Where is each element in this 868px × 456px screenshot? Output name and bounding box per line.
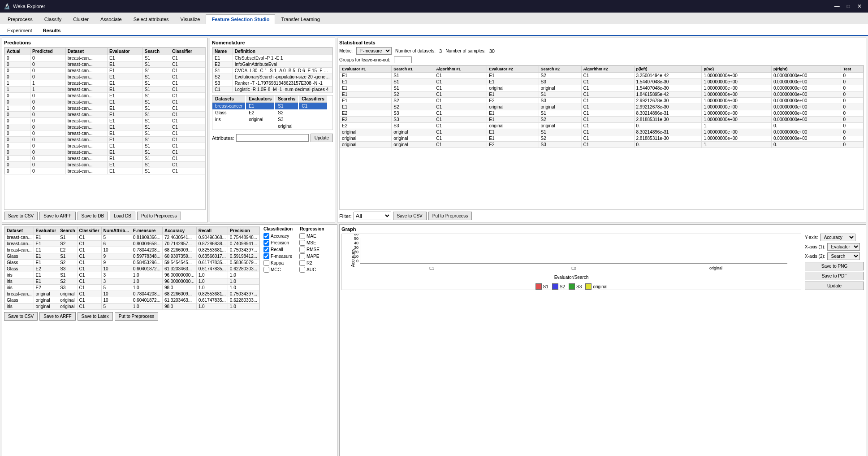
checkbox-cb-auc[interactable] — [299, 267, 305, 273]
maximize-button[interactable]: □ — [844, 2, 853, 10]
dataset-item[interactable]: C1 — [299, 103, 327, 109]
table-row: breast-can...E1S2C160.80304658...70.7142… — [5, 241, 259, 247]
table-cell: E2 — [487, 98, 539, 104]
table-cell: E1 — [108, 105, 143, 112]
save-to-db-button[interactable]: Save to DB — [78, 212, 108, 220]
put-to-preprocess-button[interactable]: Put to Preprocess — [137, 212, 181, 220]
dataset-item[interactable]: breast-cancer — [212, 103, 245, 109]
checkbox-cb-fm[interactable] — [263, 253, 269, 259]
save-to-csv-button[interactable]: Save to CSV — [4, 212, 38, 220]
table-cell: C1 — [581, 129, 634, 135]
x-axis1-select[interactable]: EvaluatorSearchDataset — [827, 243, 860, 251]
datasets-grid: Datasetsbreast-cancerGlassirisEvaluators… — [212, 95, 333, 130]
attr-input[interactable] — [236, 134, 309, 142]
metrics-table-container[interactable]: DatasetEvaluatorSearchClassifierNumAttri… — [4, 226, 260, 310]
dataset-item[interactable]: Glass — [212, 109, 245, 116]
table-cell: 1.54407048e-30 — [634, 85, 702, 91]
table-cell: 0. — [771, 142, 841, 148]
close-button[interactable]: ✕ — [855, 2, 864, 10]
table-cell: S1 — [143, 149, 170, 156]
stat-put-preprocess-button[interactable]: Put to Preprocess — [428, 212, 472, 220]
checkbox-cb-r2[interactable] — [299, 260, 305, 266]
groups-input[interactable]: 30 — [394, 56, 412, 63]
app-title: Weka Explorer — [13, 4, 45, 9]
table-row: breast-can...originaloriginalC1100.78044… — [5, 291, 259, 297]
stat-save-csv-button[interactable]: Save to CSV — [393, 212, 427, 220]
checkbox-row-cb-kappa: Kappa — [263, 260, 296, 266]
table-row: E1S2C1E2S3C12.99212678e-301.00000000e+00… — [340, 98, 864, 104]
main-tab-cluster[interactable]: Cluster — [67, 14, 95, 24]
table-cell: breast-can... — [65, 61, 107, 68]
predictions-table-container[interactable]: ActualPredictedDatasetEvaluatorSearchCla… — [4, 47, 206, 210]
checkbox-row-cb-prec: Precision — [263, 240, 296, 246]
sub-tab-experiment[interactable]: Experiment — [2, 26, 38, 35]
dataset-item[interactable]: iris — [212, 116, 245, 123]
nomenclature-table-container[interactable]: NameDefinitionE1CfsSubsetEval -P 1 -E 1E… — [212, 47, 333, 93]
table-cell: 0.62280303... — [228, 297, 259, 304]
table-cell: 6 — [101, 241, 131, 247]
save-pdf-button[interactable]: Save to PDF — [805, 272, 864, 280]
checkbox-label-cb-prec: Precision — [271, 240, 289, 245]
checkbox-cb-kappa[interactable] — [263, 260, 269, 266]
table-cell: original — [539, 123, 581, 129]
save-to-latex-metrics-button[interactable]: Save to Latex — [78, 312, 113, 321]
save-png-button[interactable]: Save to PNG — [805, 262, 864, 270]
sub-tab-results[interactable]: Results — [38, 26, 66, 36]
table-cell: 1.54407048e-30 — [634, 79, 702, 85]
checkbox-cb-mcc[interactable] — [263, 267, 269, 273]
checkbox-cb-mae[interactable] — [299, 233, 305, 239]
save-to-arff-button[interactable]: Save to ARFF — [39, 212, 75, 220]
table-cell: 10 — [101, 266, 131, 272]
put-to-preprocess-metrics-button[interactable]: Put to Preprocess — [115, 312, 158, 321]
dataset-item[interactable]: S2 — [275, 109, 298, 116]
graph-update-button[interactable]: Update — [805, 282, 864, 290]
table-cell: C1 — [170, 137, 205, 143]
table-cell: 0 — [30, 149, 66, 156]
dataset-item[interactable]: S3 — [275, 116, 298, 123]
main-tab-select-attributes[interactable]: Select attributes — [128, 14, 175, 24]
table-cell: breast-can... — [65, 149, 107, 156]
y-axis-label: Y-axis: — [805, 235, 818, 240]
checkbox-cb-mape[interactable] — [299, 253, 305, 259]
load-db-button[interactable]: Load DB — [110, 212, 135, 220]
dataset-item[interactable]: E1 — [246, 103, 274, 109]
checkbox-cb-acc[interactable] — [263, 233, 269, 239]
save-to-csv-metrics-button[interactable]: Save to CSV — [4, 312, 38, 321]
table-cell: E2 — [487, 142, 539, 148]
table-cell: breast-can... — [5, 291, 34, 297]
metric-select[interactable]: F-measureAccuracyPrecisionRecall — [356, 47, 392, 55]
dataset-item[interactable]: original — [246, 116, 274, 123]
dataset-item[interactable]: E2 — [246, 109, 274, 116]
main-tab-feature-selection-studio[interactable]: Feature Selection Studio — [206, 14, 275, 24]
dataset-col-header: Searchs — [275, 96, 298, 103]
dataset-item[interactable]: S1 — [275, 103, 298, 109]
dataset-item[interactable]: original — [275, 123, 298, 130]
checkbox-cb-prec[interactable] — [263, 240, 269, 246]
table-cell: C1 — [434, 85, 487, 91]
table-cell: C1 — [170, 162, 205, 168]
checkbox-cb-rmse[interactable] — [299, 247, 305, 252]
checkbox-cb-recall[interactable] — [263, 247, 269, 252]
statistical-table-container[interactable]: Evaluator #1Search #1Algorithm #1Evaluat… — [339, 65, 864, 210]
minimize-button[interactable]: — — [832, 2, 842, 10]
x-axis2-select[interactable]: SearchEvaluatorDataset — [827, 252, 860, 260]
table-cell: 0.78044208... — [131, 247, 162, 253]
filter-select[interactable]: AllSignificant — [354, 212, 391, 220]
main-tab-transfer-learning[interactable]: Transfer Learning — [275, 14, 325, 24]
save-to-arff-metrics-button[interactable]: Save to ARFF — [39, 312, 75, 321]
main-tab-visualize[interactable]: Visualize — [175, 14, 206, 24]
table-cell: 1.0 — [228, 272, 259, 278]
main-tab-associate[interactable]: Associate — [95, 14, 128, 24]
table-cell: S1 — [58, 253, 77, 260]
table-cell: C1 — [170, 55, 205, 61]
table-cell: C1 — [77, 235, 101, 241]
checkbox-cb-mse[interactable] — [299, 240, 305, 246]
table-cell: 0 — [841, 104, 864, 110]
update-button[interactable]: Update — [311, 134, 333, 142]
num-datasets-label: Number of datasets: — [395, 48, 436, 53]
table-row: irisE2S3C151.098.01.01.0 — [5, 285, 259, 291]
y-axis-select[interactable]: AccuracyF-measurePrecisionRecall — [820, 234, 855, 241]
main-tab-preprocess[interactable]: Preprocess — [2, 14, 39, 24]
y-ticks: 0102030405060708090100 — [347, 238, 358, 263]
main-tab-classify[interactable]: Classify — [39, 14, 68, 24]
